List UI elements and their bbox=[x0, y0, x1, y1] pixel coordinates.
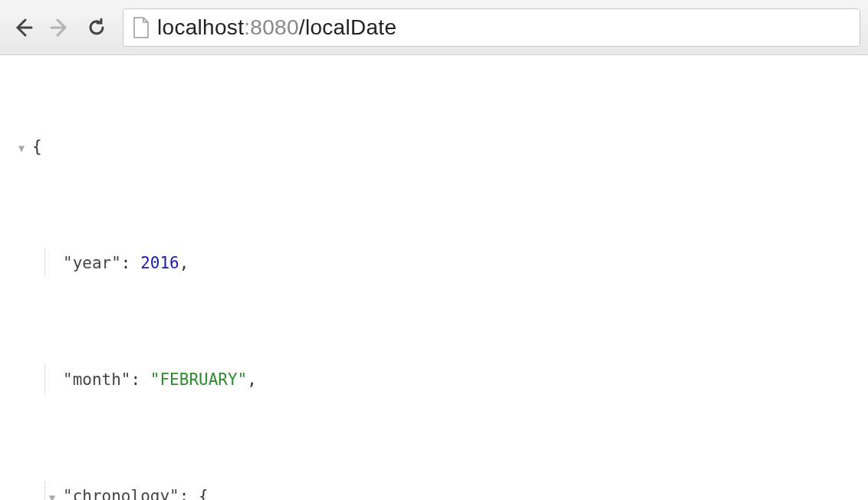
url-path: /localDate bbox=[299, 15, 397, 40]
json-value: 2016 bbox=[140, 254, 179, 272]
collapse-toggle[interactable]: ▼ bbox=[14, 133, 29, 163]
json-viewer: ▼ { "year": 2016, "month": "FEBRUARY", ▼… bbox=[0, 55, 868, 500]
forward-button[interactable] bbox=[44, 12, 75, 43]
json-row: "month": "FEBRUARY", bbox=[14, 365, 860, 394]
json-row: "year": 2016, bbox=[14, 248, 860, 278]
json-key: "chronology" bbox=[63, 487, 179, 500]
url-host: localhost bbox=[157, 15, 244, 40]
address-bar[interactable]: localhost:8080/localDate bbox=[123, 8, 860, 47]
reload-button[interactable] bbox=[81, 12, 112, 43]
back-button[interactable] bbox=[8, 12, 38, 43]
json-key: "year" bbox=[63, 254, 121, 272]
page-icon bbox=[133, 17, 150, 38]
open-brace: { bbox=[32, 132, 42, 161]
url-port: :8080 bbox=[244, 15, 299, 40]
url-text: localhost:8080/localDate bbox=[157, 15, 396, 40]
json-row: ▼ "chronology": { bbox=[14, 482, 860, 500]
json-value: "FEBRUARY" bbox=[150, 370, 247, 389]
collapse-toggle[interactable]: ▼ bbox=[44, 483, 60, 500]
browser-toolbar: localhost:8080/localDate bbox=[0, 0, 868, 55]
json-key: "month" bbox=[63, 370, 131, 389]
